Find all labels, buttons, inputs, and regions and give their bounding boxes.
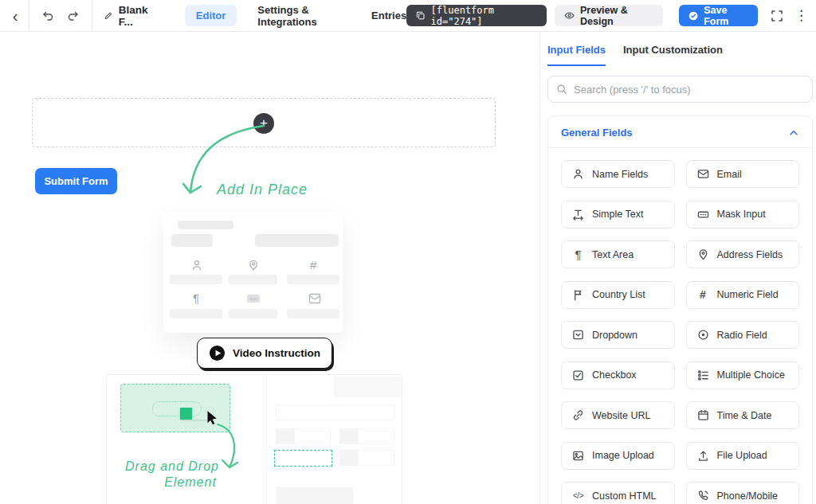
sidebar: Input Fields Input Customization General… xyxy=(539,32,816,504)
hash-icon: # xyxy=(697,288,709,301)
skeleton-bar xyxy=(358,450,394,466)
chevron-up-icon xyxy=(788,127,799,139)
field-label: File Upload xyxy=(717,450,767,461)
more-menu-button[interactable]: ⋮ xyxy=(794,9,808,22)
redo-icon xyxy=(66,9,80,23)
skeleton-bar xyxy=(287,309,339,318)
dropdown-icon xyxy=(572,329,584,341)
skeleton-bar xyxy=(255,234,339,247)
field-dropdown[interactable]: Dropdown xyxy=(561,321,675,349)
tab-input-customization[interactable]: Input Customization xyxy=(623,44,723,66)
field-label: Dropdown xyxy=(592,330,638,341)
save-form-button[interactable]: Save Form xyxy=(679,5,758,26)
field-address-fields[interactable]: Address Fields xyxy=(686,240,800,268)
field-label: Address Fields xyxy=(717,249,783,260)
field-name-fields[interactable]: Name Fields xyxy=(561,160,675,188)
form-title-edit[interactable]: Blank F... xyxy=(104,4,156,28)
general-fields-header[interactable]: General Fields xyxy=(548,116,812,147)
field-numeric-field[interactable]: # Numeric Field xyxy=(686,281,800,309)
checkbox-icon xyxy=(572,369,584,381)
divider xyxy=(266,375,267,504)
undo-icon xyxy=(41,9,55,23)
search-wrap xyxy=(547,76,813,103)
video-instruction-button[interactable]: Video Instruction xyxy=(197,338,332,369)
skeleton-bar xyxy=(229,309,277,318)
mask-input-icon xyxy=(246,294,261,303)
check-circle-icon xyxy=(688,10,698,21)
general-fields-card: General Fields Name Fields Email xyxy=(547,115,813,504)
skeleton-bar xyxy=(358,428,394,444)
phone-icon xyxy=(697,490,709,502)
field-image-upload[interactable]: Image Upload xyxy=(561,442,675,470)
sidebar-tabs: Input Fields Input Customization xyxy=(547,32,813,66)
map-pin-icon xyxy=(247,259,260,272)
field-label: Numeric Field xyxy=(717,289,779,300)
field-label: Image Upload xyxy=(592,450,654,461)
drag-drop-annotation-line1: Drag and Drop xyxy=(124,459,220,474)
field-text-area[interactable]: ¶ Text Area xyxy=(561,240,675,268)
image-icon xyxy=(572,450,584,462)
field-label: Country List xyxy=(592,289,645,300)
preview-design-button[interactable]: Preview & Design xyxy=(555,5,663,26)
field-simple-text[interactable]: Simple Text xyxy=(561,201,675,229)
upload-icon xyxy=(697,450,709,462)
fullscreen-button[interactable] xyxy=(771,10,783,22)
back-button[interactable]: ‹ xyxy=(8,8,22,24)
field-label: Name Fields xyxy=(592,169,648,180)
skeleton-bar xyxy=(287,275,339,284)
tab-entries[interactable]: Entries xyxy=(371,10,406,21)
drag-drop-annotation-line2: Element xyxy=(155,475,226,490)
fullscreen-icon xyxy=(771,10,783,22)
tab-editor[interactable]: Editor xyxy=(185,5,237,26)
pilcrow-icon: ¶ xyxy=(193,291,199,305)
video-instruction-label: Video Instruction xyxy=(233,347,320,359)
fields-grid: Name Fields Email Simple Text Mask Input xyxy=(548,148,812,504)
divider xyxy=(29,0,29,32)
code-icon: </> xyxy=(572,491,584,500)
field-phone-mobile[interactable]: Phone/Mobile xyxy=(686,482,800,504)
field-website-url[interactable]: Website URL xyxy=(561,401,675,429)
shortcode-button[interactable]: [fluentform id="274"] xyxy=(406,5,547,26)
drag-handle xyxy=(180,408,192,420)
field-email[interactable]: Email xyxy=(686,160,800,188)
field-mask-input[interactable]: Mask Input xyxy=(686,201,800,229)
general-fields-title: General Fields xyxy=(561,127,633,139)
skeleton-bar xyxy=(170,275,222,284)
ghost-form-preview: # ¶ xyxy=(163,212,343,333)
skeleton-block xyxy=(276,428,294,444)
skeleton-block xyxy=(334,377,402,397)
skeleton-bar xyxy=(170,309,222,318)
skeleton-input xyxy=(276,404,395,420)
undo-button[interactable] xyxy=(41,9,55,23)
field-file-upload[interactable]: File Upload xyxy=(686,442,800,470)
skeleton-block xyxy=(339,450,358,466)
add-in-place-annotation: Add In Place xyxy=(217,182,308,198)
field-label: Email xyxy=(717,169,742,180)
tab-settings-integrations[interactable]: Settings & Integrations xyxy=(257,4,351,28)
tab-input-fields[interactable]: Input Fields xyxy=(547,44,606,66)
field-checkbox[interactable]: Checkbox xyxy=(561,361,675,389)
search-input[interactable] xyxy=(547,76,813,103)
skeleton-drop-target xyxy=(274,450,332,467)
drag-drop-illustration: Drag and Drop Element xyxy=(106,374,402,504)
field-label: Checkbox xyxy=(592,369,637,381)
redo-button[interactable] xyxy=(66,9,80,23)
link-icon xyxy=(572,409,584,421)
field-multiple-choice[interactable]: Multiple Choice xyxy=(686,361,800,389)
copy-icon xyxy=(416,10,425,21)
user-icon xyxy=(572,168,584,180)
play-icon xyxy=(209,345,226,361)
submit-form-button[interactable]: Submit Form xyxy=(35,168,117,194)
field-label: Time & Date xyxy=(717,410,772,421)
save-form-label: Save Form xyxy=(704,5,748,27)
field-label: Radio Field xyxy=(717,330,767,341)
divider xyxy=(92,0,92,32)
field-custom-html[interactable]: </> Custom HTML xyxy=(561,482,675,504)
map-pin-icon xyxy=(697,248,709,260)
pencil-icon xyxy=(104,10,113,21)
field-time-date[interactable]: Time & Date xyxy=(686,401,800,429)
pilcrow-icon: ¶ xyxy=(572,248,584,261)
field-country-list[interactable]: Country List xyxy=(561,281,675,309)
field-label: Simple Text xyxy=(592,209,643,220)
field-radio-field[interactable]: Radio Field xyxy=(686,321,800,349)
